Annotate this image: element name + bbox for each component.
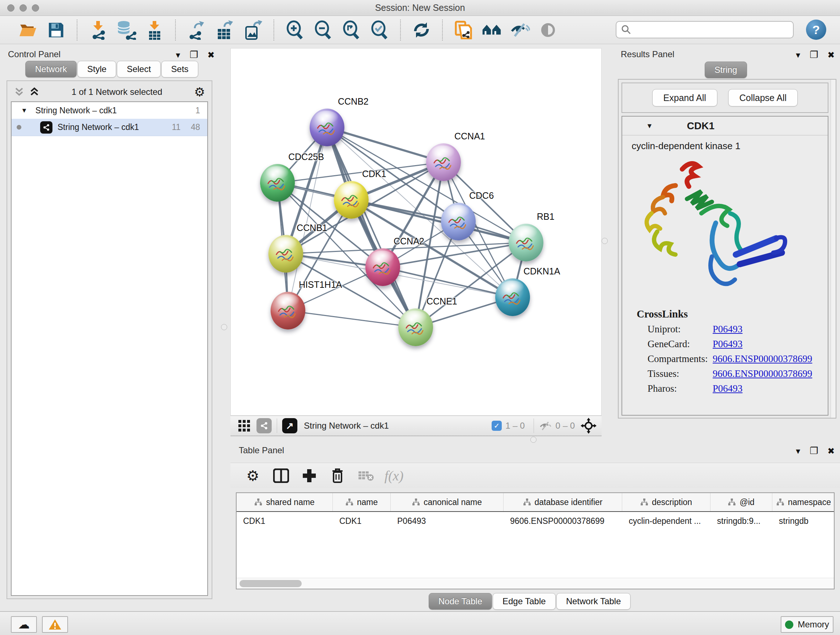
network-node-cdkn1a[interactable] (495, 279, 530, 316)
collection-expander-icon[interactable]: ▼ (21, 107, 27, 114)
fit-content-crosshair-icon[interactable] (581, 418, 597, 434)
save-icon[interactable] (46, 19, 66, 41)
network-edge[interactable] (288, 310, 416, 327)
right-splitter-handle[interactable] (602, 238, 608, 244)
column-header-databaseidentifier[interactable]: database identifier (504, 493, 622, 511)
memory-button[interactable]: Memory (781, 616, 834, 633)
refresh-icon[interactable] (411, 19, 432, 41)
table-cell[interactable]: cyclin-dependent ... (622, 512, 711, 530)
expand-all-button[interactable]: Expand All (652, 89, 717, 106)
export-network-icon[interactable] (186, 19, 207, 41)
zoom-fit-icon[interactable] (341, 19, 362, 41)
table-hscrollbar-thumb[interactable] (240, 580, 302, 587)
crosslink-link[interactable]: 9606.ENSP00000378699 (713, 368, 812, 379)
minimize-window-icon[interactable] (19, 4, 27, 11)
network-node-ccnb1[interactable] (268, 235, 303, 272)
collapse-all-networks-icon[interactable] (14, 87, 25, 97)
table-cell[interactable]: P06493 (391, 512, 504, 530)
crosslink-link[interactable]: 9606.ENSP00000378699 (713, 353, 812, 364)
network-options-gear-icon[interactable]: ⚙ (194, 85, 205, 99)
delete-column-icon[interactable] (326, 466, 349, 486)
horizontal-splitter-handle[interactable] (531, 437, 537, 443)
tab-string[interactable]: String (705, 62, 747, 78)
crosslink-link[interactable]: P06493 (713, 383, 743, 394)
close-panel-icon[interactable]: ✖ (827, 50, 835, 60)
network-overview-icon[interactable] (256, 418, 272, 433)
close-window-icon[interactable] (7, 4, 14, 11)
network-canvas[interactable]: CCNB2CCNA1CDC25BCDK1CDC6RB1CCNB1CCNA2CDK… (231, 48, 602, 416)
column-header-sharedname[interactable]: shared name (237, 493, 333, 511)
network-node-cdc6[interactable] (441, 203, 476, 241)
undock-panel-icon[interactable]: ❐ (810, 49, 818, 60)
selected-items-checkbox-icon[interactable]: ✓ (492, 421, 502, 431)
tab-style[interactable]: Style (77, 61, 116, 78)
table-cell[interactable]: CDK1 (333, 512, 391, 530)
detach-view-icon[interactable]: ↗ (282, 418, 297, 433)
copy-network-icon[interactable] (453, 19, 474, 41)
maximize-window-icon[interactable] (32, 4, 39, 11)
crosslink-link[interactable]: P06493 (713, 324, 743, 335)
tab-node-table[interactable]: Node Table (429, 593, 492, 610)
network-row[interactable]: String Network – cdk1 11 48 (11, 119, 207, 136)
hidden-items-eye-icon[interactable] (539, 420, 552, 431)
table-row[interactable]: CDK1CDK1P064939606.ENSP00000378699cyclin… (237, 512, 834, 530)
help-icon[interactable]: ? (806, 19, 826, 40)
zoom-out-icon[interactable] (313, 19, 333, 41)
first-neighbors-icon[interactable] (481, 19, 502, 41)
open-folder-icon[interactable] (17, 19, 38, 41)
network-edge[interactable] (351, 200, 526, 242)
network-node-cdk1[interactable] (334, 181, 369, 219)
tab-sets[interactable]: Sets (161, 61, 198, 78)
network-edge[interactable] (327, 127, 444, 162)
show-all-icon[interactable] (538, 19, 559, 41)
table-cell[interactable]: 9606.ENSP00000378699 (504, 512, 622, 530)
network-node-ccna1[interactable] (426, 143, 461, 181)
close-panel-icon[interactable]: ✖ (207, 50, 215, 60)
table-cell[interactable]: stringdb (772, 512, 835, 530)
import-database-icon[interactable] (116, 19, 137, 41)
network-collection-row[interactable]: ▼ String Network – cdk1 1 (11, 102, 207, 119)
column-header-canonicalname[interactable]: canonical name (391, 493, 504, 511)
zoom-in-icon[interactable] (284, 19, 305, 41)
network-node-ccna2[interactable] (365, 249, 400, 286)
float-panel-icon[interactable]: ▾ (176, 50, 180, 60)
grid-view-icon[interactable] (238, 419, 251, 432)
table-options-gear-icon[interactable]: ⚙ (241, 466, 264, 486)
tab-select[interactable]: Select (117, 61, 161, 78)
column-header-namespace[interactable]: namespace (772, 493, 835, 511)
column-header-name[interactable]: name (333, 493, 391, 511)
left-splitter-handle[interactable] (221, 324, 227, 330)
import-table-icon[interactable] (144, 19, 165, 41)
float-panel-icon[interactable]: ▾ (796, 446, 800, 456)
export-image-icon[interactable] (242, 19, 264, 41)
column-header-id[interactable]: @id (711, 493, 772, 511)
network-node-ccnb2[interactable] (309, 109, 344, 146)
zoom-selected-icon[interactable] (369, 19, 390, 41)
hide-selected-icon[interactable] (509, 19, 531, 41)
undock-panel-icon[interactable]: ❐ (810, 445, 818, 456)
table-cell[interactable]: CDK1 (237, 512, 333, 530)
undock-panel-icon[interactable]: ❐ (189, 49, 198, 60)
network-node-hist1h1a[interactable] (271, 292, 305, 329)
tab-network-table[interactable]: Network Table (556, 593, 631, 610)
node-detail-header[interactable]: ▼ CDK1 (622, 117, 828, 135)
entry-expander-icon[interactable]: ▼ (646, 122, 653, 130)
import-network-icon[interactable] (88, 19, 109, 41)
create-column-icon[interactable] (298, 466, 321, 486)
close-panel-icon[interactable]: ✖ (827, 446, 835, 456)
search-input[interactable] (632, 25, 783, 35)
column-header-description[interactable]: description (622, 493, 711, 511)
network-node-ccne1[interactable] (398, 309, 433, 346)
tab-network[interactable]: Network (25, 61, 77, 78)
network-node-rb1[interactable] (508, 224, 543, 261)
float-panel-icon[interactable]: ▾ (796, 50, 800, 60)
collapse-all-button[interactable]: Collapse All (728, 89, 798, 106)
results-scrollbar[interactable] (831, 80, 836, 418)
cloud-status-button[interactable]: ☁ (11, 616, 37, 633)
network-edge[interactable] (383, 267, 513, 297)
expand-all-networks-icon[interactable] (29, 87, 40, 97)
warnings-button[interactable] (42, 616, 68, 633)
network-node-cdc25b[interactable] (260, 164, 295, 202)
table-cell[interactable]: stringdb:9... (711, 512, 772, 530)
table-hscrollbar[interactable] (237, 578, 834, 589)
